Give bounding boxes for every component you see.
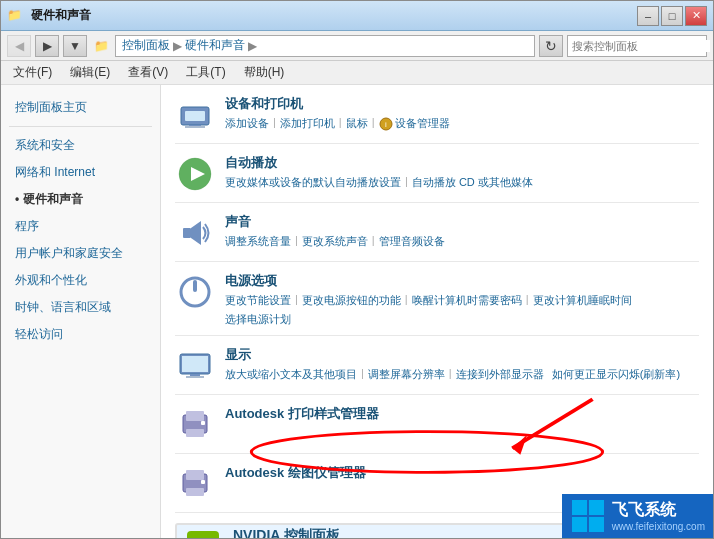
link-autoplay-cd[interactable]: 自动播放 CD 或其他媒体 bbox=[412, 175, 533, 190]
devices-links: 添加设备 | 添加打印机 | 鼠标 | i 设备管理器 bbox=[225, 116, 699, 131]
sidebar-item-accessibility[interactable]: 轻松访问 bbox=[9, 322, 152, 347]
svg-rect-15 bbox=[186, 376, 204, 378]
section-display: 显示 放大或缩小文本及其他项目 | 调整屏幕分辨率 | 连接到外部显示器 如何更… bbox=[175, 346, 699, 395]
display-links: 放大或缩小文本及其他项目 | 调整屏幕分辨率 | 连接到外部显示器 如何更正显示… bbox=[225, 367, 699, 382]
svg-rect-11 bbox=[193, 280, 197, 292]
address-path[interactable]: 控制面板 ▶ 硬件和声音 ▶ bbox=[115, 35, 535, 57]
search-box[interactable]: 🔍 bbox=[567, 35, 707, 57]
back-button[interactable]: ◀ bbox=[7, 35, 31, 57]
brand-name: 飞飞系统 bbox=[612, 500, 705, 521]
address-bar: ◀ ▶ ▼ 📁 控制面板 ▶ 硬件和声音 ▶ ↻ 🔍 bbox=[1, 31, 713, 61]
power-title: 电源选项 bbox=[225, 272, 699, 290]
window-icon: 📁 bbox=[7, 8, 22, 22]
main-window: 📁 硬件和声音 – □ ✕ ◀ ▶ ▼ 📁 控制面板 ▶ 硬件和声音 ▶ ↻ 🔍… bbox=[0, 0, 714, 539]
devices-body: 设备和打印机 添加设备 | 添加打印机 | 鼠标 | i 设备管理器 bbox=[225, 95, 699, 131]
menu-view[interactable]: 查看(V) bbox=[120, 62, 176, 83]
svg-rect-23 bbox=[201, 480, 205, 484]
folder-icon: 📁 bbox=[91, 36, 111, 56]
svg-rect-22 bbox=[186, 488, 204, 496]
sound-title: 声音 bbox=[225, 213, 699, 231]
svg-rect-33 bbox=[572, 517, 587, 532]
svg-rect-3 bbox=[185, 126, 205, 128]
menu-tools[interactable]: 工具(T) bbox=[178, 62, 233, 83]
link-power-plan[interactable]: 选择电源计划 bbox=[225, 312, 291, 327]
link-system-sound[interactable]: 更改系统声音 bbox=[302, 234, 368, 249]
autodesk-print-title: Autodesk 打印样式管理器 bbox=[225, 405, 699, 423]
refresh-button[interactable]: ↻ bbox=[539, 35, 563, 57]
link-audio-device[interactable]: 管理音频设备 bbox=[379, 234, 445, 249]
autodesk-plotter-title: Autodesk 绘图仪管理器 bbox=[225, 464, 699, 482]
link-wake-password[interactable]: 唤醒计算机时需要密码 bbox=[412, 293, 522, 308]
link-autoplay-settings[interactable]: 更改媒体或设备的默认自动播放设置 bbox=[225, 175, 401, 190]
title-bar: 📁 硬件和声音 – □ ✕ bbox=[1, 1, 713, 31]
menu-edit[interactable]: 编辑(E) bbox=[62, 62, 118, 83]
close-button[interactable]: ✕ bbox=[685, 6, 707, 26]
svg-rect-17 bbox=[186, 411, 204, 421]
search-input[interactable] bbox=[572, 40, 710, 52]
sidebar-item-network[interactable]: 网络和 Internet bbox=[9, 160, 152, 185]
main-content: 控制面板主页 系统和安全 网络和 Internet 硬件和声音 程序 用户帐户和… bbox=[1, 85, 713, 538]
section-autoplay: 自动播放 更改媒体或设备的默认自动播放设置 | 自动播放 CD 或其他媒体 bbox=[175, 154, 699, 203]
autodesk-print-body: Autodesk 打印样式管理器 bbox=[225, 405, 699, 426]
link-text-size[interactable]: 放大或缩小文本及其他项目 bbox=[225, 367, 357, 382]
sidebar-item-programs[interactable]: 程序 bbox=[9, 214, 152, 239]
menu-help[interactable]: 帮助(H) bbox=[236, 62, 293, 83]
devices-icon bbox=[175, 95, 215, 135]
menu-bar: 文件(F) 编辑(E) 查看(V) 工具(T) 帮助(H) bbox=[1, 61, 713, 85]
svg-marker-9 bbox=[191, 221, 201, 245]
link-resolution[interactable]: 调整屏幕分辨率 bbox=[368, 367, 445, 382]
sidebar-item-clock[interactable]: 时钟、语言和区域 bbox=[9, 295, 152, 320]
autoplay-icon bbox=[175, 154, 215, 194]
svg-rect-8 bbox=[183, 228, 191, 238]
svg-rect-1 bbox=[185, 111, 205, 121]
autoplay-title: 自动播放 bbox=[225, 154, 699, 172]
svg-rect-13 bbox=[182, 356, 208, 372]
forward-button[interactable]: ▶ bbox=[35, 35, 59, 57]
autodesk-plotter-icon bbox=[175, 464, 215, 504]
watermark: 飞飞系统 www.feifeixitong.com bbox=[562, 494, 713, 538]
svg-rect-19 bbox=[201, 421, 205, 425]
sidebar-divider bbox=[9, 126, 152, 127]
link-add-device[interactable]: 添加设备 bbox=[225, 116, 269, 131]
breadcrumb-controlpanel[interactable]: 控制面板 bbox=[122, 37, 170, 54]
content-area: 设备和打印机 添加设备 | 添加打印机 | 鼠标 | i 设备管理器 bbox=[161, 85, 713, 538]
svg-text:i: i bbox=[385, 120, 387, 129]
link-sleep-time[interactable]: 更改计算机睡眠时间 bbox=[533, 293, 632, 308]
breadcrumb-hardware[interactable]: 硬件和声音 bbox=[185, 37, 245, 54]
breadcrumb-sep1: ▶ bbox=[173, 39, 182, 53]
sidebar-item-users[interactable]: 用户帐户和家庭安全 bbox=[9, 241, 152, 266]
link-mouse[interactable]: 鼠标 bbox=[346, 116, 368, 131]
sound-links: 调整系统音量 | 更改系统声音 | 管理音频设备 bbox=[225, 234, 699, 249]
svg-rect-32 bbox=[589, 500, 604, 515]
menu-file[interactable]: 文件(F) bbox=[5, 62, 60, 83]
sidebar-item-system[interactable]: 系统和安全 bbox=[9, 133, 152, 158]
svg-rect-18 bbox=[186, 429, 204, 437]
link-power-settings[interactable]: 更改节能设置 bbox=[225, 293, 291, 308]
section-autodesk-print: Autodesk 打印样式管理器 bbox=[175, 405, 699, 454]
sidebar: 控制面板主页 系统和安全 网络和 Internet 硬件和声音 程序 用户帐户和… bbox=[1, 85, 161, 538]
svg-rect-21 bbox=[186, 470, 204, 480]
minimize-button[interactable]: – bbox=[637, 6, 659, 26]
link-device-manager[interactable]: i 设备管理器 bbox=[379, 116, 450, 131]
autodesk-plotter-body: Autodesk 绘图仪管理器 bbox=[225, 464, 699, 485]
link-add-printer[interactable]: 添加打印机 bbox=[280, 116, 335, 131]
power-links: 更改节能设置 | 更改电源按钮的功能 | 唤醒计算机时需要密码 | 更改计算机睡… bbox=[225, 293, 699, 327]
link-external-display[interactable]: 连接到外部显示器 bbox=[456, 367, 544, 382]
power-body: 电源选项 更改节能设置 | 更改电源按钮的功能 | 唤醒计算机时需要密码 | 更… bbox=[225, 272, 699, 327]
autoplay-body: 自动播放 更改媒体或设备的默认自动播放设置 | 自动播放 CD 或其他媒体 bbox=[225, 154, 699, 190]
nvidia-icon: N bbox=[183, 527, 223, 538]
svg-rect-34 bbox=[589, 517, 604, 532]
maximize-button[interactable]: □ bbox=[661, 6, 683, 26]
link-power-button[interactable]: 更改电源按钮的功能 bbox=[302, 293, 401, 308]
link-flicker[interactable]: 如何更正显示闪烁(刷新率) bbox=[552, 367, 680, 382]
autodesk-print-icon bbox=[175, 405, 215, 445]
display-title: 显示 bbox=[225, 346, 699, 364]
sound-body: 声音 调整系统音量 | 更改系统声音 | 管理音频设备 bbox=[225, 213, 699, 249]
link-volume[interactable]: 调整系统音量 bbox=[225, 234, 291, 249]
sidebar-item-home[interactable]: 控制面板主页 bbox=[9, 95, 152, 120]
sidebar-item-hardware[interactable]: 硬件和声音 bbox=[9, 187, 152, 212]
devices-title: 设备和打印机 bbox=[225, 95, 699, 113]
section-sound: 声音 调整系统音量 | 更改系统声音 | 管理音频设备 bbox=[175, 213, 699, 262]
recent-button[interactable]: ▼ bbox=[63, 35, 87, 57]
sidebar-item-appearance[interactable]: 外观和个性化 bbox=[9, 268, 152, 293]
